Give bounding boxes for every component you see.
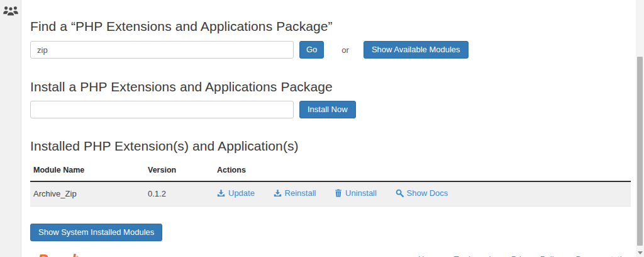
- column-header-version: Version: [145, 161, 214, 181]
- users-icon: [3, 5, 19, 16]
- scrollbar-thumb[interactable]: [637, 57, 643, 246]
- update-link[interactable]: Update: [217, 188, 255, 198]
- install-section-title: Install a PHP Extensions and Application…: [30, 79, 631, 94]
- install-form-row: Install Now: [30, 101, 631, 118]
- actions-cell: Update Reinstall: [214, 181, 631, 207]
- find-module-input[interactable]: [30, 41, 294, 59]
- footer-link-documentation[interactable]: Documentation: [576, 254, 631, 257]
- table-row: Archive_Zip 0.1.2 Update: [30, 181, 631, 207]
- main-content: Find a “PHP Extensions and Applications …: [30, 0, 631, 257]
- find-form-row: Go or Show Available Modules: [30, 41, 631, 59]
- footer-link-privacy-policy[interactable]: Privacy Policy: [511, 254, 562, 257]
- footer-link-home[interactable]: Home: [418, 254, 440, 257]
- trash-icon: [335, 189, 342, 197]
- find-section-title: Find a “PHP Extensions and Applications …: [30, 19, 631, 34]
- version-cell: 0.1.2: [145, 181, 214, 207]
- install-module-input[interactable]: [30, 101, 294, 118]
- module-name-cell: Archive_Zip: [30, 181, 145, 207]
- table-header-row: Module Name Version Actions: [30, 161, 631, 181]
- go-button[interactable]: Go: [299, 41, 324, 59]
- install-section: Install a PHP Extensions and Application…: [30, 79, 631, 118]
- scrollbar-down-arrow-icon[interactable]: [638, 251, 643, 254]
- footer-link-trademarks[interactable]: Trademarks: [454, 254, 497, 257]
- download-icon: [274, 189, 282, 197]
- download-icon: [217, 189, 225, 197]
- show-system-installed-modules-button[interactable]: Show System Installed Modules: [30, 224, 162, 241]
- installed-section-title: Installed PHP Extension(s) and Applicati…: [30, 139, 631, 154]
- uninstall-label: Uninstall: [345, 188, 377, 198]
- column-header-actions: Actions: [214, 161, 631, 181]
- cpanel-logo: cPanel®: [30, 251, 79, 257]
- reinstall-link[interactable]: Reinstall: [274, 188, 316, 198]
- show-docs-link[interactable]: Show Docs: [396, 188, 448, 198]
- install-now-button[interactable]: Install Now: [299, 101, 356, 118]
- reinstall-label: Reinstall: [285, 188, 316, 198]
- find-section: Find a “PHP Extensions and Applications …: [30, 19, 631, 59]
- show-available-modules-button[interactable]: Show Available Modules: [364, 41, 469, 59]
- show-docs-label: Show Docs: [407, 188, 448, 198]
- uninstall-link[interactable]: Uninstall: [335, 188, 377, 198]
- or-label: or: [341, 45, 349, 55]
- column-header-module-name: Module Name: [30, 161, 145, 181]
- page-icon-strip: [0, 0, 21, 257]
- footer-links: Home Trademarks Privacy Policy Documenta…: [418, 254, 631, 257]
- scrollbar[interactable]: [636, 0, 644, 257]
- footer-brand: cPanel® 74.0.4: [30, 251, 103, 257]
- installed-modules-table: Module Name Version Actions Archive_Zip …: [30, 161, 631, 207]
- installed-section: Installed PHP Extension(s) and Applicati…: [30, 139, 631, 241]
- search-icon: [396, 189, 404, 197]
- update-label: Update: [228, 188, 255, 198]
- footer: cPanel® 74.0.4 Home Trademarks Privacy P…: [30, 251, 631, 257]
